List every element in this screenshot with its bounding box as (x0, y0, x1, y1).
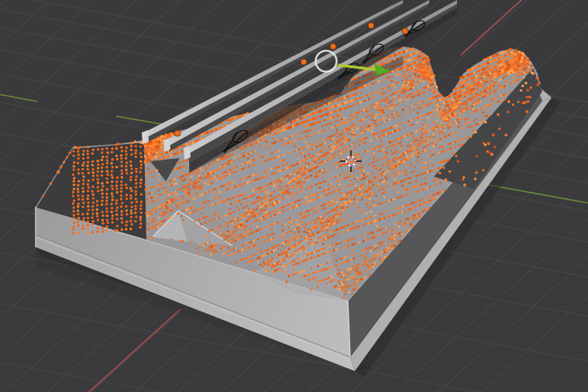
rail-end-cap (142, 130, 149, 144)
rail-end-cap (184, 146, 191, 160)
empty-point-1[interactable] (174, 130, 181, 136)
rail-end-cap (163, 138, 170, 152)
blender-3d-viewport[interactable] (0, 0, 588, 392)
viewport[interactable] (0, 0, 588, 392)
empty-point-4[interactable] (368, 22, 374, 29)
empty-point-2[interactable] (301, 59, 307, 65)
empty-point-3[interactable] (330, 43, 336, 50)
empty-point-5[interactable] (402, 28, 408, 34)
